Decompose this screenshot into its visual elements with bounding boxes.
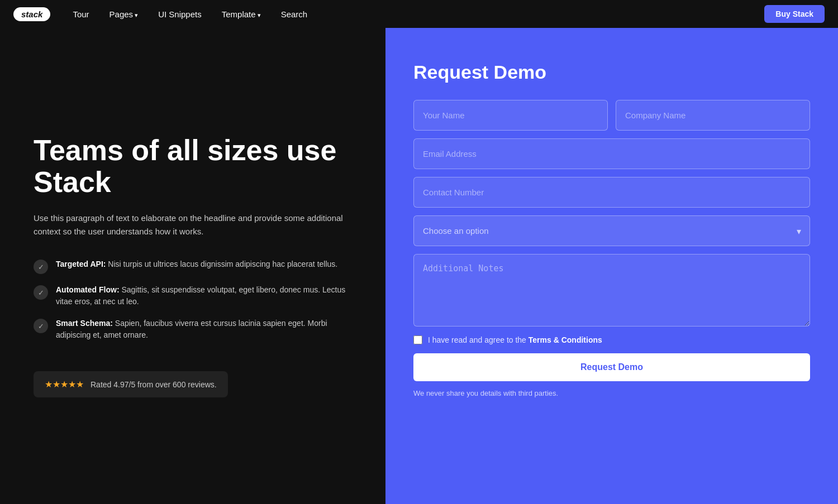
submit-button[interactable]: Request Demo [413,353,810,381]
nav-ui-snippets[interactable]: UI Snippets [158,9,202,19]
feature-item-1: ✓ Targeted API: Nisi turpis ut ultrices … [34,258,352,274]
form-title: Request Demo [413,61,810,83]
left-panel: Teams of all sizes use Stack Use this pa… [0,28,385,504]
terms-checkbox-row: I have read and agree to the Terms & Con… [413,335,810,344]
terms-label: I have read and agree to the Terms & Con… [428,335,602,344]
feature-text-3: Smart Schema: Sapien, faucibus viverra e… [56,318,352,341]
privacy-text: We never share you details with third pa… [413,389,810,397]
feature-item-3: ✓ Smart Schema: Sapien, faucibus viverra… [34,318,352,341]
name-input[interactable] [413,100,608,131]
hero-headline: Teams of all sizes use Stack [34,135,352,198]
check-icon-2: ✓ [34,285,48,300]
feature-list: ✓ Targeted API: Nisi turpis ut ultrices … [34,258,352,351]
nav-template[interactable]: Template [222,9,261,19]
notes-textarea[interactable] [413,254,810,327]
logo[interactable]: stack [13,7,50,21]
star-icons: ★★★★★ [45,379,84,390]
nav-items: Tour Pages UI Snippets Template Search [73,9,418,19]
check-icon-1: ✓ [34,260,48,274]
buy-button[interactable]: Buy Stack [764,5,825,23]
right-panel: Request Demo Choose an option Option 1 O… [385,28,838,504]
check-icon-3: ✓ [34,319,48,333]
main-layout: Teams of all sizes use Stack Use this pa… [0,28,838,504]
company-input[interactable] [616,100,810,131]
contact-input[interactable] [413,177,810,208]
feature-text-1: Targeted API: Nisi turpis ut ultrices la… [56,258,337,270]
contact-row [413,177,810,208]
nav-search[interactable]: Search [281,9,308,19]
feature-item-2: ✓ Automated Flow: Sagittis, sit suspendi… [34,284,352,308]
feature-text-2: Automated Flow: Sagittis, sit suspendiss… [56,284,352,308]
name-company-row [413,100,810,131]
option-select[interactable]: Choose an option Option 1 Option 2 Optio… [413,215,810,246]
select-wrapper: Choose an option Option 1 Option 2 Optio… [413,215,810,246]
rating-bar: ★★★★★ Rated 4.97/5 from over 600 reviews… [34,371,228,397]
rating-text: Rated 4.97/5 from over 600 reviews. [91,380,217,389]
nav-tour[interactable]: Tour [73,9,89,19]
terms-link[interactable]: Terms & Conditions [528,335,602,344]
email-row [413,138,810,169]
navbar: stack Tour Pages UI Snippets Template Se… [0,0,838,28]
nav-pages[interactable]: Pages [109,9,139,19]
hero-subtext: Use this paragraph of text to elaborate … [34,212,352,238]
terms-checkbox[interactable] [413,335,422,344]
email-input[interactable] [413,138,810,169]
